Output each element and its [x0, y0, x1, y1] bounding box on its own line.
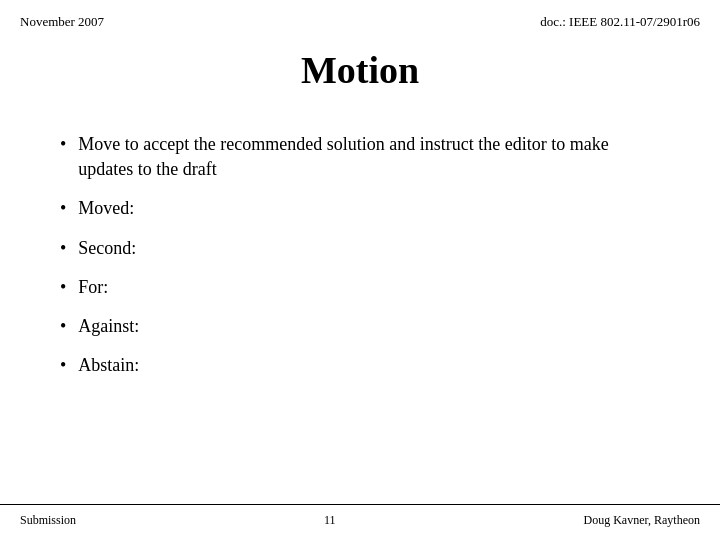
- list-item: •Abstain:: [60, 353, 660, 378]
- slide-footer: Submission 11 Doug Kavner, Raytheon: [0, 504, 720, 540]
- bullet-symbol: •: [60, 236, 66, 261]
- footer-page-number: 11: [324, 513, 336, 528]
- list-item: •Move to accept the recommended solution…: [60, 132, 660, 182]
- list-item: •Against:: [60, 314, 660, 339]
- footer-author: Doug Kavner, Raytheon: [583, 513, 700, 528]
- bullet-text: Abstain:: [78, 353, 660, 378]
- header-date: November 2007: [20, 14, 104, 30]
- slide-title: Motion: [20, 48, 700, 92]
- bullet-text: Moved:: [78, 196, 660, 221]
- bullet-text: For:: [78, 275, 660, 300]
- bullet-text: Second:: [78, 236, 660, 261]
- slide: November 2007 doc.: IEEE 802.11-07/2901r…: [0, 0, 720, 540]
- bullet-text: Against:: [78, 314, 660, 339]
- bullet-text: Move to accept the recommended solution …: [78, 132, 660, 182]
- slide-header: November 2007 doc.: IEEE 802.11-07/2901r…: [0, 0, 720, 30]
- list-item: •For:: [60, 275, 660, 300]
- footer-submission: Submission: [20, 513, 76, 528]
- bullet-symbol: •: [60, 132, 66, 157]
- bullet-list: •Move to accept the recommended solution…: [60, 132, 660, 378]
- list-item: •Moved:: [60, 196, 660, 221]
- title-section: Motion: [0, 30, 720, 102]
- bullet-symbol: •: [60, 196, 66, 221]
- bullet-symbol: •: [60, 353, 66, 378]
- bullet-symbol: •: [60, 275, 66, 300]
- slide-content: •Move to accept the recommended solution…: [0, 102, 720, 504]
- bullet-symbol: •: [60, 314, 66, 339]
- list-item: •Second:: [60, 236, 660, 261]
- header-doc: doc.: IEEE 802.11-07/2901r06: [540, 14, 700, 30]
